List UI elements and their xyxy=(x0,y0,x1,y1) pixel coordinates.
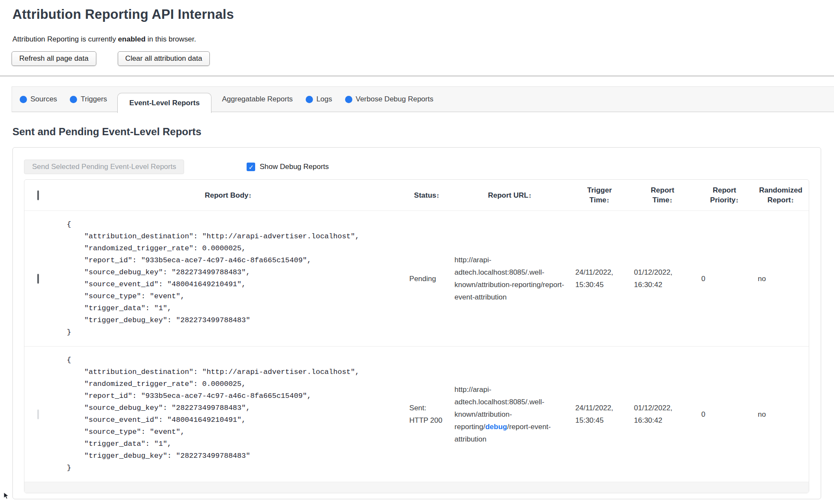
report-status: Pending xyxy=(404,211,450,347)
sort-icon: ↕ xyxy=(606,196,610,204)
row-select-checkbox-disabled xyxy=(37,409,39,419)
triggers-dot-icon xyxy=(70,96,77,103)
tab-sources[interactable]: Sources xyxy=(13,87,63,112)
report-status: Sent: HTTP 200 xyxy=(404,347,450,482)
header-report-time[interactable]: Report Time↕ xyxy=(629,180,696,211)
sort-icon: ↕ xyxy=(528,192,532,199)
header-report-url-label: Report URL xyxy=(488,191,528,199)
reports-table-container: Report Body↕ Status↕ Report URL↕ Trigger… xyxy=(24,179,809,493)
tab-logs[interactable]: Logs xyxy=(299,87,339,112)
report-url: http://arapi-adtech.localhost:8085/.well… xyxy=(450,347,570,482)
randomized-report: no xyxy=(753,347,809,482)
section-heading: Sent and Pending Event-Level Reports xyxy=(12,126,822,138)
header-report-body[interactable]: Report Body↕ xyxy=(52,180,404,211)
header-randomized-report[interactable]: Randomized Report↕ xyxy=(753,180,809,211)
tab-aggregatable-reports[interactable]: Aggregatable Reports xyxy=(215,87,299,112)
header-report-priority-label: Report Priority xyxy=(710,186,736,204)
tab-verbose-debug-reports[interactable]: Verbose Debug Reports xyxy=(339,87,440,112)
header-status[interactable]: Status↕ xyxy=(404,180,450,211)
reports-toolbar: Send Selected Pending Event-Level Report… xyxy=(24,160,809,174)
status-suffix: in this browser. xyxy=(146,35,196,43)
api-status-text: Attribution Reporting is currently enabl… xyxy=(12,35,822,44)
page-title: Attribution Reporting API Internals xyxy=(12,7,822,22)
tab-triggers[interactable]: Triggers xyxy=(63,87,113,112)
mouse-cursor-icon xyxy=(3,492,9,500)
logs-dot-icon xyxy=(306,96,313,103)
sort-icon: ↕ xyxy=(669,196,673,204)
tab-aggregatable-reports-label: Aggregatable Reports xyxy=(222,95,292,104)
tab-event-level-reports-label: Event-Level Reports xyxy=(129,99,200,107)
report-time: 01/12/2022, 16:30:42 xyxy=(629,211,696,347)
refresh-all-button[interactable]: Refresh all page data xyxy=(12,51,96,66)
sort-icon: ↕ xyxy=(736,196,739,204)
report-priority: 0 xyxy=(696,347,753,482)
tab-logs-label: Logs xyxy=(316,95,332,104)
select-all-checkbox[interactable] xyxy=(37,190,39,200)
tab-event-level-reports[interactable]: Event-Level Reports xyxy=(117,93,211,113)
report-body-json: { "attribution_destination": "http://ara… xyxy=(67,219,400,338)
header-status-label: Status xyxy=(414,191,436,199)
tab-sources-label: Sources xyxy=(30,95,57,104)
sources-dot-icon xyxy=(20,96,27,103)
header-report-body-label: Report Body xyxy=(205,191,248,199)
reports-table: Report Body↕ Status↕ Report URL↕ Trigger… xyxy=(24,180,809,482)
row-select-checkbox[interactable] xyxy=(37,274,39,284)
report-url-debug-segment: debug xyxy=(485,423,507,431)
report-url: http://arapi-adtech.localhost:8085/.well… xyxy=(450,211,570,347)
status-enabled: enabled xyxy=(118,35,146,43)
trigger-time: 24/11/2022, 15:30:45 xyxy=(570,347,629,482)
report-body-json: { "attribution_destination": "http://ara… xyxy=(67,354,400,474)
status-prefix: Attribution Reporting is currently xyxy=(12,35,118,43)
randomized-report: no xyxy=(753,211,809,347)
header-report-url[interactable]: Report URL↕ xyxy=(450,180,570,211)
report-time: 01/12/2022, 16:30:42 xyxy=(629,347,696,482)
tab-triggers-label: Triggers xyxy=(80,95,107,104)
verbose-debug-dot-icon xyxy=(345,96,352,103)
table-header-row: Report Body↕ Status↕ Report URL↕ Trigger… xyxy=(24,180,809,211)
header-divider xyxy=(0,76,834,77)
sort-icon: ↕ xyxy=(436,192,440,199)
top-button-bar: Refresh all page data Clear all attribut… xyxy=(12,51,822,66)
table-footer xyxy=(24,482,809,493)
show-debug-reports-control[interactable]: Show Debug Reports xyxy=(247,163,329,171)
header-report-priority[interactable]: Report Priority↕ xyxy=(696,180,753,211)
show-debug-reports-checkbox[interactable] xyxy=(247,163,255,171)
report-priority: 0 xyxy=(696,211,753,347)
tab-strip: Sources Triggers Event-Level Reports Agg… xyxy=(12,86,834,112)
header-randomized-report-label: Randomized Report xyxy=(759,186,802,204)
tab-verbose-debug-reports-label: Verbose Debug Reports xyxy=(356,95,433,104)
clear-all-button[interactable]: Clear all attribution data xyxy=(118,51,210,66)
sort-icon: ↕ xyxy=(248,192,252,199)
header-trigger-time[interactable]: Trigger Time↕ xyxy=(570,180,629,211)
table-row: { "attribution_destination": "http://ara… xyxy=(24,211,809,347)
trigger-time: 24/11/2022, 15:30:45 xyxy=(570,211,629,347)
send-selected-reports-button[interactable]: Send Selected Pending Event-Level Report… xyxy=(24,160,184,174)
sort-icon: ↕ xyxy=(791,196,794,204)
show-debug-reports-label: Show Debug Reports xyxy=(259,163,329,171)
table-row: { "attribution_destination": "http://ara… xyxy=(24,347,809,482)
event-level-reports-panel: Send Selected Pending Event-Level Report… xyxy=(12,147,821,499)
